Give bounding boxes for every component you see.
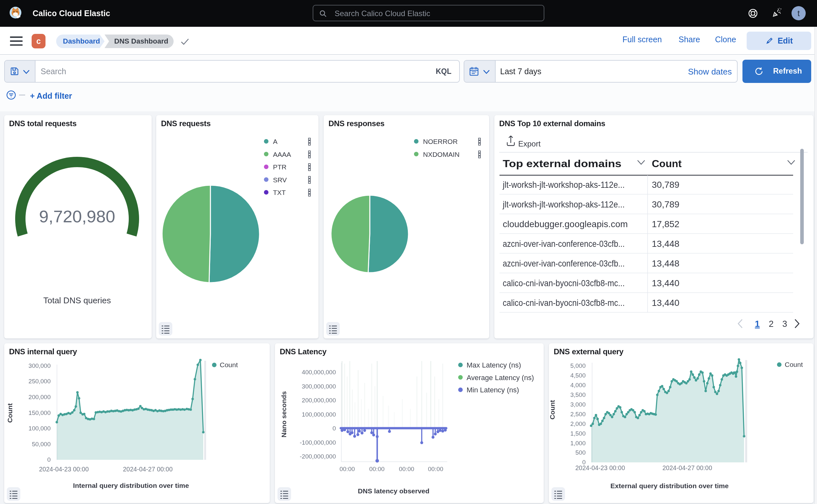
svg-text:Average Latency (ns): Average Latency (ns) (467, 374, 534, 382)
svg-text:2024-04-23 00:00: 2024-04-23 00:00 (575, 464, 625, 471)
svg-text:azcni-over-ivan-conference-03c: azcni-over-ivan-conference-03cfb... (503, 239, 625, 249)
svg-text:Nano seconds: Nano seconds (280, 391, 287, 438)
svg-text:13,448: 13,448 (652, 239, 680, 249)
svg-text:jlt-worksh-jlt-workshop-aks-11: jlt-worksh-jlt-workshop-aks-112e... (502, 180, 625, 190)
svg-text:100,000: 100,000 (28, 425, 51, 432)
svg-text:clouddebugger.googleapis.com: clouddebugger.googleapis.com (503, 219, 628, 229)
svg-text:DNS latency observed: DNS latency observed (358, 487, 429, 495)
svg-text:Top external domains: Top external domains (503, 158, 621, 169)
svg-text:400,000,000: 400,000,000 (302, 369, 336, 376)
svg-text:300,000: 300,000 (28, 362, 51, 369)
svg-text:-200,000,000: -200,000,000 (300, 453, 336, 460)
svg-text:External query distribution ov: External query distribution over time (610, 482, 729, 489)
svg-text:Count: Count (652, 158, 682, 169)
svg-text:5,000: 5,000 (570, 362, 586, 369)
svg-text:2024-04-23 00:00: 2024-04-23 00:00 (39, 466, 89, 473)
svg-text:3,000: 3,000 (570, 401, 586, 408)
svg-text:Count: Count (6, 403, 14, 423)
svg-text:00:00: 00:00 (369, 466, 385, 472)
svg-text:AAAA: AAAA (273, 151, 291, 158)
svg-text:00:00: 00:00 (339, 466, 355, 472)
svg-text:13,448: 13,448 (652, 258, 680, 268)
svg-text:Count: Count (785, 361, 803, 368)
svg-text:50,000: 50,000 (32, 441, 51, 448)
svg-text:3: 3 (782, 319, 787, 329)
svg-text:Min Latency (ns): Min Latency (ns) (467, 386, 519, 394)
svg-text:100,000,000: 100,000,000 (302, 411, 336, 418)
svg-text:NOERROR: NOERROR (423, 138, 458, 145)
svg-text:TXT: TXT (273, 189, 286, 196)
svg-text:0: 0 (332, 425, 336, 432)
svg-text:250,000: 250,000 (28, 378, 51, 385)
svg-text:2024-04-27 00:00: 2024-04-27 00:00 (662, 464, 712, 471)
svg-text:2,000: 2,000 (570, 420, 586, 427)
svg-text:00:00: 00:00 (399, 466, 414, 472)
svg-text:Total DNS queries: Total DNS queries (43, 296, 111, 305)
svg-text:500: 500 (575, 449, 586, 456)
svg-text:13,440: 13,440 (652, 298, 680, 308)
svg-text:17,852: 17,852 (652, 219, 680, 229)
svg-text:calico-cni-ivan-byocni-03cfb8-: calico-cni-ivan-byocni-03cfb8-mc... (503, 298, 625, 308)
svg-text:jlt-worksh-jlt-workshop-aks-11: jlt-worksh-jlt-workshop-aks-112e... (502, 199, 625, 209)
svg-text:2: 2 (769, 319, 773, 329)
svg-text:calico-cni-ivan-byocni-03cfb8-: calico-cni-ivan-byocni-03cfb8-mc... (503, 278, 625, 288)
svg-text:200,000: 200,000 (28, 394, 51, 400)
svg-text:1,500: 1,500 (570, 430, 586, 437)
svg-text:2,500: 2,500 (570, 411, 586, 418)
svg-text:150,000: 150,000 (28, 409, 51, 416)
svg-text:Count: Count (549, 400, 556, 420)
svg-text:30,789: 30,789 (652, 199, 680, 209)
svg-text:4,000: 4,000 (570, 382, 586, 388)
svg-text:azcni-over-ivan-conference-03c: azcni-over-ivan-conference-03cfb... (503, 258, 625, 268)
svg-text:30,789: 30,789 (652, 180, 680, 190)
svg-text:4,500: 4,500 (570, 372, 586, 379)
svg-text:00:00: 00:00 (428, 466, 443, 472)
svg-text:0: 0 (47, 456, 51, 463)
svg-text:1: 1 (755, 319, 760, 329)
svg-text:Internal query distribution ov: Internal query distribution over time (73, 482, 189, 489)
svg-text:3,500: 3,500 (570, 391, 586, 398)
svg-text:SRV: SRV (273, 176, 287, 184)
svg-text:PTR: PTR (273, 163, 287, 171)
svg-text:A: A (273, 138, 277, 145)
svg-text:9,720,980: 9,720,980 (39, 207, 115, 226)
svg-text:NXDOMAIN: NXDOMAIN (423, 151, 459, 158)
svg-text:1,000: 1,000 (570, 440, 586, 447)
svg-text:2024-04-27 00:00: 2024-04-27 00:00 (123, 466, 173, 473)
svg-text:300,000,000: 300,000,000 (302, 383, 336, 390)
svg-text:13,440: 13,440 (652, 278, 680, 288)
svg-text:Export: Export (518, 139, 541, 148)
svg-text:200,000,000: 200,000,000 (302, 397, 336, 404)
svg-text:-100,000,000: -100,000,000 (300, 439, 336, 446)
svg-text:Max Latency (ns): Max Latency (ns) (467, 361, 521, 369)
svg-text:Count: Count (220, 361, 238, 368)
